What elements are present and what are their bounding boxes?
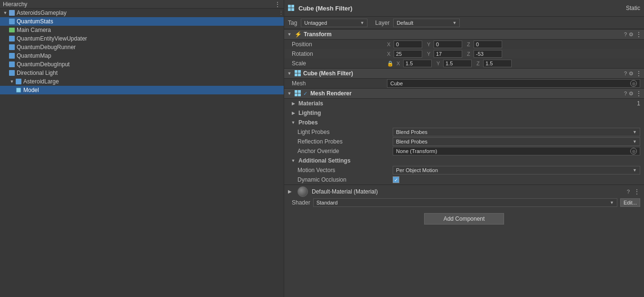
shader-row: Shader Standard ▼ Edit... bbox=[284, 198, 644, 207]
position-x-input[interactable] bbox=[394, 41, 422, 48]
transform-settings-icon[interactable]: ⚙ bbox=[629, 31, 634, 38]
expand-arrow-asteroid[interactable] bbox=[9, 78, 15, 85]
gameobject-icon-entity bbox=[9, 35, 15, 42]
ry-axis-label: Y bbox=[427, 51, 433, 57]
anchor-override-label: Anchor Override bbox=[297, 148, 393, 154]
dynamic-occlusion-label: Dynamic Occlusion bbox=[297, 176, 393, 183]
probes-fold-header[interactable]: Probes bbox=[284, 118, 644, 127]
reflection-probes-dropdown[interactable]: Blend Probes ▼ bbox=[393, 137, 640, 146]
material-collapse-arrow[interactable]: ▶ bbox=[288, 189, 292, 194]
light-probes-label: Light Probes bbox=[297, 129, 393, 135]
tree-label-directional-light: Directional Light bbox=[17, 70, 58, 76]
mesh-target-icon[interactable]: ◎ bbox=[630, 80, 637, 87]
material-kebab-icon[interactable] bbox=[634, 188, 640, 195]
shader-value: Standard bbox=[317, 200, 338, 205]
edit-shader-button[interactable]: Edit... bbox=[620, 198, 640, 207]
materials-count: 1 bbox=[637, 100, 640, 107]
materials-label: Materials bbox=[298, 100, 323, 107]
tree-label-quantum-entity: QuantumEntityViewUpdater bbox=[17, 35, 87, 42]
rz-axis-label: Z bbox=[467, 51, 473, 57]
position-z-input[interactable] bbox=[474, 41, 502, 48]
mesh-renderer-collapse-arrow[interactable] bbox=[286, 91, 293, 96]
position-y-input[interactable] bbox=[434, 41, 462, 48]
tree-item-quantum-entity[interactable]: QuantumEntityViewUpdater bbox=[0, 34, 284, 43]
scale-z-input[interactable] bbox=[483, 60, 512, 67]
add-component-row: Add Component bbox=[284, 207, 644, 230]
materials-arrow[interactable] bbox=[290, 101, 297, 106]
mesh-renderer-grid-icon bbox=[295, 90, 301, 97]
tree-label-asteroids-gameplay: AsteroidsGameplay bbox=[17, 10, 67, 16]
scale-y-input[interactable] bbox=[443, 60, 472, 67]
shader-dropdown[interactable]: Standard ▼ bbox=[313, 198, 617, 207]
additional-settings-label: Additional Settings bbox=[298, 157, 350, 164]
mesh-filter-grid-icon bbox=[295, 70, 301, 77]
transform-help-icon[interactable]: ? bbox=[624, 31, 627, 37]
hierarchy-menu-icon[interactable] bbox=[274, 0, 281, 8]
layer-value: Default bbox=[396, 20, 413, 26]
rotation-z-input[interactable] bbox=[474, 50, 502, 58]
tree-item-directional-light[interactable]: Directional Light bbox=[0, 69, 284, 77]
mesh-filter-title: Cube (Mesh Filter) bbox=[303, 70, 622, 77]
material-sphere-icon bbox=[297, 186, 308, 197]
dynamic-occlusion-checkbox[interactable]: ✓ bbox=[393, 176, 399, 183]
tag-dropdown[interactable]: Untagged ▼ bbox=[301, 19, 367, 27]
additional-settings-fold-header[interactable]: Additional Settings bbox=[284, 156, 644, 165]
mesh-renderer-checkbox[interactable]: ✓ bbox=[303, 91, 307, 97]
tree-item-quantum-debug-runner[interactable]: QuantumDebugRunner bbox=[0, 43, 284, 51]
layer-dropdown-arrow: ▼ bbox=[452, 20, 456, 25]
motion-vectors-row: Motion Vectors Per Object Motion ▼ bbox=[284, 165, 644, 175]
anchor-override-value: None (Transform) bbox=[396, 148, 437, 154]
hierarchy-item-menu[interactable]: ⋮ bbox=[278, 10, 284, 16]
scale-label: Scale bbox=[292, 60, 387, 67]
anchor-target-icon[interactable]: ◎ bbox=[630, 148, 637, 154]
tree-item-asteroid-large[interactable]: AsteroidLarge bbox=[0, 77, 284, 86]
tree-label-asteroid-large: AsteroidLarge bbox=[23, 78, 59, 85]
camera-icon-main bbox=[9, 27, 15, 33]
sz-axis-label: Z bbox=[476, 61, 482, 66]
mesh-renderer-kebab-icon[interactable] bbox=[635, 90, 642, 97]
rotation-y-input[interactable] bbox=[434, 50, 462, 58]
transform-kebab-icon[interactable] bbox=[635, 31, 642, 38]
motion-vectors-dropdown[interactable]: Per Object Motion ▼ bbox=[393, 166, 640, 174]
position-row: Position X Y Z bbox=[284, 40, 644, 49]
mesh-filter-header[interactable]: Cube (Mesh Filter) ? ⚙ bbox=[284, 68, 644, 79]
additional-settings-arrow[interactable] bbox=[290, 158, 297, 163]
light-probes-dropdown[interactable]: Blend Probes ▼ bbox=[393, 128, 640, 136]
scale-x-input[interactable] bbox=[403, 60, 432, 67]
tree-item-asteroids-gameplay[interactable]: AsteroidsGameplay ⋮ bbox=[0, 9, 284, 17]
tree-item-model[interactable]: Model bbox=[0, 86, 284, 94]
mesh-renderer-controls: ? ⚙ bbox=[624, 90, 642, 97]
mesh-renderer-header[interactable]: ✓ Mesh Renderer ? ⚙ bbox=[284, 88, 644, 99]
tree-item-quantum-map[interactable]: QuantumMap bbox=[0, 51, 284, 60]
transform-collapse-arrow[interactable] bbox=[286, 32, 293, 37]
tag-dropdown-arrow: ▼ bbox=[360, 20, 364, 25]
add-component-button[interactable]: Add Component bbox=[424, 213, 505, 225]
layer-dropdown[interactable]: Default ▼ bbox=[393, 19, 460, 27]
mesh-filter-collapse-arrow[interactable] bbox=[286, 71, 293, 76]
lighting-arrow[interactable] bbox=[290, 111, 297, 115]
mesh-filter-help-icon[interactable]: ? bbox=[624, 71, 627, 76]
tree-item-quantum-debug-input[interactable]: QuantumDebugInput bbox=[0, 60, 284, 69]
expand-arrow-asteroids[interactable] bbox=[2, 10, 9, 16]
materials-fold-header[interactable]: Materials 1 bbox=[284, 99, 644, 108]
tree-item-main-camera[interactable]: Main Camera bbox=[0, 26, 284, 34]
layer-label: Layer bbox=[375, 20, 389, 26]
tree-item-quantum-stats[interactable]: QuantumStats bbox=[0, 17, 284, 26]
rotation-label: Rotation bbox=[292, 51, 387, 57]
mesh-filter-kebab-icon[interactable] bbox=[635, 70, 642, 77]
position-y-field: Y bbox=[427, 41, 462, 48]
mesh-value-field[interactable]: Cube ◎ bbox=[387, 79, 640, 88]
mesh-renderer-settings-icon[interactable]: ⚙ bbox=[629, 91, 634, 97]
lighting-fold-header[interactable]: Lighting bbox=[284, 108, 644, 118]
transform-header[interactable]: Transform ? ⚙ bbox=[284, 29, 644, 40]
material-help-icon[interactable]: ? bbox=[627, 189, 630, 195]
tree-label-quantum-map: QuantumMap bbox=[17, 52, 51, 59]
hierarchy-panel: Hierarchy AsteroidsGameplay ⋮ QuantumSta… bbox=[0, 0, 284, 297]
mesh-renderer-help-icon[interactable]: ? bbox=[624, 91, 627, 96]
tree-label-model: Model bbox=[23, 87, 39, 93]
mesh-filter-settings-icon[interactable]: ⚙ bbox=[629, 71, 634, 77]
probes-arrow[interactable] bbox=[290, 120, 297, 125]
anchor-override-field[interactable]: None (Transform) ◎ bbox=[393, 147, 640, 155]
material-name: Default-Material (Material) bbox=[312, 188, 623, 195]
rotation-x-input[interactable] bbox=[394, 50, 422, 58]
